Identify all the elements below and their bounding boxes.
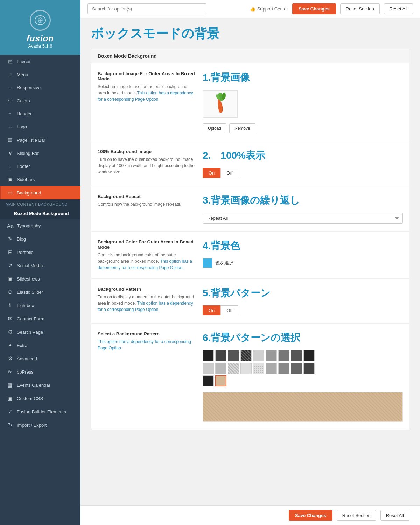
sidebar-item-typography[interactable]: Aa Typography (0, 219, 80, 232)
color-swatch[interactable] (203, 258, 212, 268)
sidebar-item-contact-form[interactable]: ✉ Contact Form (0, 312, 80, 325)
custom-css-icon: ▣ (7, 395, 13, 402)
pattern-cell[interactable] (278, 350, 289, 361)
sidebar-item-label: Sidebars (17, 177, 75, 182)
option-right-bg-image: 1.背景画像 (203, 71, 403, 133)
sidebar-item-extra[interactable]: ✦ Extra (0, 339, 80, 352)
sidebar-item-label: Contact Form (17, 316, 75, 321)
sidebar-item-search-page[interactable]: ⚙ Search Page (0, 325, 80, 339)
sidebar-item-portfolio[interactable]: ⊞ Portfolio (0, 246, 80, 259)
pattern-cell[interactable] (266, 350, 277, 361)
footer-save-button[interactable]: Save Changes (289, 510, 332, 521)
sidebar-item-import-export[interactable]: ↻ Import / Export (0, 418, 80, 432)
sidebar-item-sidebars[interactable]: ▣ Sidebars (0, 173, 80, 186)
pattern-cell[interactable] (203, 363, 214, 374)
remove-button[interactable]: Remove (229, 123, 255, 133)
blog-icon: ✎ (7, 236, 13, 242)
toggle-off-button[interactable]: Off (220, 168, 238, 178)
pattern-cell[interactable] (240, 350, 252, 361)
pattern-cell[interactable] (253, 350, 264, 361)
color-label[interactable]: 色を選択 (215, 260, 233, 266)
pattern-cell[interactable] (203, 375, 214, 386)
sidebar-item-colors[interactable]: ✏ Colors (0, 94, 80, 107)
sidebar-item-footer[interactable]: ↓ Footer (0, 160, 80, 173)
section-label-jp: 6.背景パターンの選択 (203, 331, 403, 345)
sidebar-item-label: Header (17, 111, 75, 116)
sub-item-boxed-mode[interactable]: Boxed Mode Background (0, 208, 80, 219)
section-label-jp: 5.背景パターン (203, 286, 403, 300)
slideshows-icon: ▣ (7, 276, 13, 282)
pattern-cell[interactable] (215, 363, 226, 374)
search-input[interactable] (88, 3, 206, 14)
option-desc: Controls how the background image repeat… (98, 201, 196, 207)
pattern-cell-selected[interactable] (215, 375, 226, 386)
pattern-cell[interactable] (240, 363, 252, 374)
reset-section-button[interactable]: Reset Section (340, 3, 380, 14)
toggle-on-button[interactable]: On (203, 305, 220, 315)
sidebar-item-label: Colors (17, 98, 75, 104)
brand-name: fusion (27, 34, 54, 43)
save-changes-button[interactable]: Save Changes (292, 3, 336, 14)
reset-all-button[interactable]: Reset All (384, 3, 413, 14)
toggle-on-button[interactable]: On (203, 168, 220, 178)
sidebar-item-fusion-builder[interactable]: ✓ Fusion Builder Elements (0, 405, 80, 418)
sidebar-item-advanced[interactable]: ⚙ Advanced (0, 352, 80, 365)
responsive-icon: ↔ (7, 85, 13, 91)
pattern-cell[interactable] (278, 363, 289, 374)
sidebar-item-label: Fusion Builder Elements (17, 409, 75, 414)
sidebar-item-label: Extra (17, 343, 75, 348)
sub-section-title: Main Content Background (0, 199, 80, 208)
repeat-dropdown[interactable]: No Repeat Repeat All Repeat X Repeat Y (203, 213, 403, 224)
footer-reset-section-button[interactable]: Reset Section (337, 510, 376, 521)
footer-bar: Save Changes Reset Section Reset All (80, 505, 420, 525)
pattern-cell[interactable] (303, 350, 315, 361)
sidebar-item-elastic-slider[interactable]: ⊙ Elastic Slider (0, 285, 80, 299)
sidebar-item-page-title-bar[interactable]: ▤ Page Title Bar (0, 133, 80, 147)
pattern-cell[interactable] (253, 363, 264, 374)
pattern-cell[interactable] (215, 350, 226, 361)
pattern-cell[interactable] (228, 363, 239, 374)
import-export-icon: ↻ (7, 422, 13, 428)
pattern-cell[interactable] (291, 350, 302, 361)
option-dependency-link[interactable]: This option has a dependency for a corre… (98, 339, 191, 350)
option-left-bg-pattern: Background Pattern Turn on to display a … (98, 286, 196, 313)
sidebar-item-label: Footer (17, 164, 75, 169)
sidebar-item-layout[interactable]: ⊞ Layout (0, 55, 80, 68)
pattern-cell[interactable] (303, 363, 315, 374)
option-row-bg-color: Background Color For Outer Areas In Boxe… (91, 232, 409, 279)
toggle-off-button[interactable]: Off (220, 305, 238, 315)
sidebar-item-lightbox[interactable]: ℹ Lightbox (0, 299, 80, 312)
sidebar-item-header[interactable]: ↑ Header (0, 107, 80, 120)
sidebar-item-menu[interactable]: ≡ Menu (0, 68, 80, 81)
sidebar-item-events-calendar[interactable]: ▦ Events Calendar (0, 378, 80, 392)
section-label-jp: 4.背景色 (203, 239, 403, 253)
thumbs-up-icon: 👍 (250, 6, 255, 12)
sidebar-item-bbpress[interactable]: ✁ bbPress (0, 365, 80, 378)
footer-reset-all-button[interactable]: Reset All (380, 510, 410, 521)
sidebar-item-blog[interactable]: ✎ Blog (0, 232, 80, 246)
sidebar-item-sliding-bar[interactable]: ∨ Sliding Bar (0, 147, 80, 160)
section-label-jp: 3.背景画像の繰り返し (203, 194, 403, 207)
sidebar-item-responsive[interactable]: ↔ Responsive (0, 81, 80, 94)
option-row-select-pattern: Select a Background Pattern This option … (91, 324, 409, 430)
sidebar-item-label: Advanced (17, 356, 75, 361)
pattern-cell[interactable] (228, 350, 239, 361)
sidebar-item-slideshows[interactable]: ▣ Slideshows (0, 272, 80, 285)
support-link[interactable]: 👍 Support Center (250, 6, 288, 12)
pattern-cell[interactable] (266, 363, 277, 374)
menu-icon: ≡ (7, 72, 13, 78)
sidebar-item-label: Page Title Bar (17, 137, 75, 143)
pattern-cell[interactable] (203, 350, 214, 361)
sidebar-item-custom-css[interactable]: ▣ Custom CSS (0, 392, 80, 405)
sidebar-item-background[interactable]: ▭ Background (0, 186, 80, 199)
layout-icon: ⊞ (7, 58, 13, 65)
sidebar-item-label: Logo (17, 124, 75, 129)
sidebar-item-social-media[interactable]: ↗ Social Media (0, 259, 80, 272)
sidebar-item-label: Custom CSS (17, 396, 75, 401)
upload-button[interactable]: Upload (203, 123, 226, 133)
extra-icon: ✦ (7, 342, 13, 348)
option-label: Background Repeat (98, 194, 196, 199)
pattern-cell[interactable] (291, 363, 302, 374)
sidebar-item-logo[interactable]: + Logo (0, 120, 80, 133)
section-card: Boxed Mode Background Background Image F… (91, 49, 410, 430)
